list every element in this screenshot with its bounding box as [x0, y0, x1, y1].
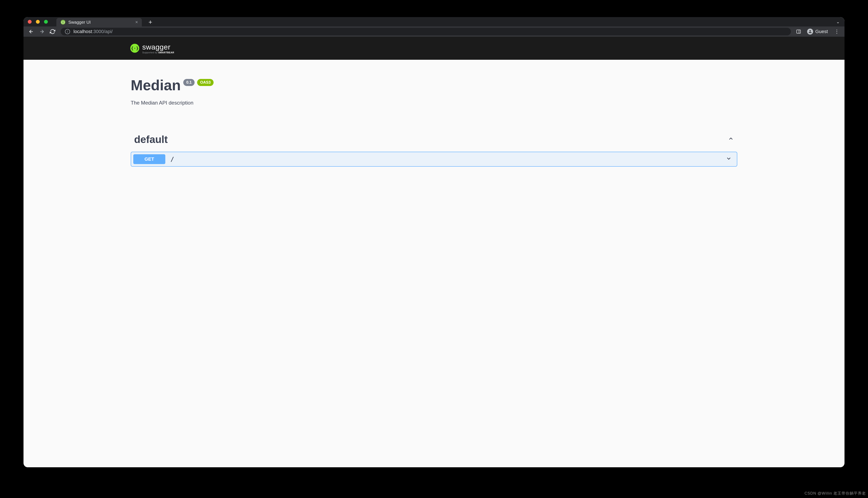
- window-dropdown-icon[interactable]: ⌄: [836, 19, 840, 24]
- close-window-button[interactable]: [28, 20, 31, 24]
- url-text: localhost:3000/api/: [74, 29, 113, 34]
- version-badge: 0.1: [183, 79, 194, 86]
- panel-toggle-icon[interactable]: [794, 27, 803, 36]
- swagger-favicon-icon: { }: [61, 20, 65, 25]
- oas-badge: OAS3: [197, 79, 214, 86]
- tag-name: default: [134, 134, 168, 145]
- browser-tab[interactable]: { } Swagger UI ×: [56, 18, 142, 26]
- traffic-lights: [28, 20, 48, 24]
- swagger-logo[interactable]: {·} swagger Supported by SMARTBEAR: [130, 43, 174, 54]
- title-bar: { } Swagger UI × + ⌄: [24, 17, 844, 26]
- tag-section: default GET /: [131, 131, 737, 167]
- swagger-topbar: {·} swagger Supported by SMARTBEAR: [24, 37, 844, 60]
- url-host: localhost: [74, 29, 92, 34]
- operation-row[interactable]: GET /: [131, 152, 737, 167]
- swagger-logo-icon: {·}: [130, 44, 139, 53]
- tab-title: Swagger UI: [68, 20, 91, 25]
- http-method-badge: GET: [133, 154, 165, 164]
- swagger-supported-by: Supported by SMARTBEAR: [142, 51, 174, 54]
- url-path: :3000/api/: [92, 29, 113, 34]
- watermark: CSDN @Willin 老王带你躺平养老: [805, 491, 866, 496]
- chevron-down-icon[interactable]: [726, 156, 732, 163]
- reload-button[interactable]: [48, 27, 57, 36]
- back-button[interactable]: [26, 27, 36, 36]
- chevron-up-icon: [728, 136, 734, 143]
- minimize-window-button[interactable]: [36, 20, 40, 24]
- close-tab-button[interactable]: ×: [135, 19, 138, 25]
- site-info-icon[interactable]: i: [65, 29, 70, 34]
- menu-button[interactable]: ⋮: [832, 29, 842, 35]
- profile-button[interactable]: Guest: [805, 28, 830, 36]
- operation-path: /: [170, 156, 174, 163]
- page-content: Median 0.1 OAS3 The Median API descripti…: [24, 60, 844, 184]
- api-description: The Median API description: [131, 100, 737, 106]
- avatar-icon: [807, 29, 813, 35]
- browser-window: { } Swagger UI × + ⌄ i localhost:3000/ap…: [24, 17, 844, 467]
- profile-label: Guest: [815, 29, 828, 34]
- tag-section-header[interactable]: default: [131, 131, 737, 147]
- url-bar: i localhost:3000/api/ Guest ⋮: [24, 26, 844, 37]
- content-container: Median 0.1 OAS3 The Median API descripti…: [131, 77, 737, 167]
- swagger-logo-text: swagger Supported by SMARTBEAR: [142, 43, 174, 54]
- api-header: Median 0.1 OAS3: [131, 77, 737, 93]
- address-bar[interactable]: i localhost:3000/api/: [61, 28, 791, 36]
- new-tab-button[interactable]: +: [146, 18, 155, 26]
- api-title: Median: [131, 77, 181, 93]
- swagger-brand-name: swagger: [142, 43, 174, 51]
- tab-strip: { } Swagger UI × +: [56, 17, 155, 26]
- svg-rect-0: [797, 30, 801, 33]
- forward-button[interactable]: [37, 27, 47, 36]
- toolbar-right: Guest ⋮: [794, 27, 842, 36]
- maximize-window-button[interactable]: [44, 20, 48, 24]
